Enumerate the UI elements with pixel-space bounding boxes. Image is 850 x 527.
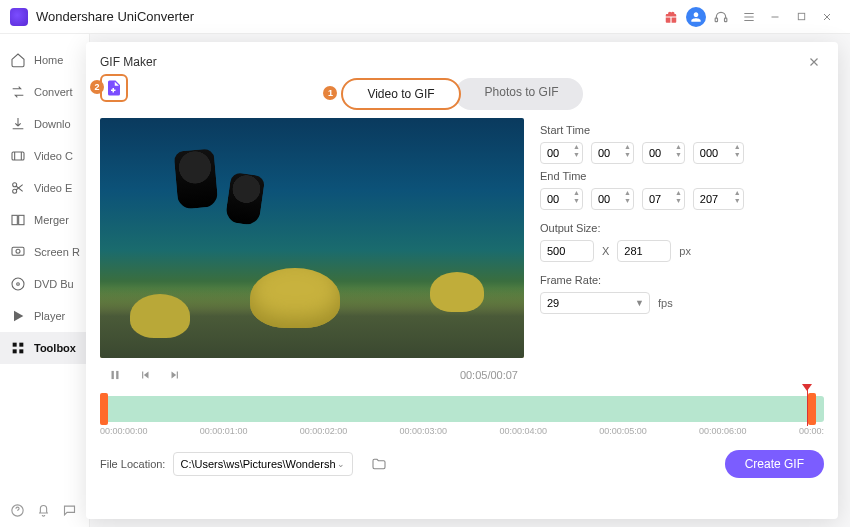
sidebar: Home Convert Downlo Video C Video E Merg… — [0, 34, 90, 527]
trim-handle-right[interactable] — [808, 393, 816, 425]
sidebar-item-download[interactable]: Downlo — [0, 108, 89, 140]
titlebar: Wondershare UniConverter — [0, 0, 850, 34]
sidebar-item-label: Home — [34, 54, 63, 66]
menu-icon[interactable] — [736, 4, 762, 30]
start-min-stepper[interactable]: ▲▼ — [591, 142, 634, 164]
gift-icon[interactable] — [658, 4, 684, 30]
fps-unit: fps — [658, 297, 673, 309]
svg-rect-3 — [12, 152, 24, 160]
frame-rate-label: Frame Rate: — [540, 274, 824, 286]
playhead-icon[interactable] — [807, 388, 808, 426]
svg-rect-15 — [13, 349, 17, 353]
sidebar-item-label: Video E — [34, 182, 72, 194]
headset-icon[interactable] — [708, 4, 734, 30]
close-icon[interactable] — [804, 52, 824, 72]
modal-title: GIF Maker — [100, 55, 157, 69]
start-sec-stepper[interactable]: ▲▼ — [642, 142, 685, 164]
timeline-track[interactable] — [100, 396, 824, 422]
sidebar-item-label: DVD Bu — [34, 278, 74, 290]
maximize-button[interactable] — [788, 4, 814, 30]
sidebar-item-label: Downlo — [34, 118, 71, 130]
bell-icon[interactable] — [32, 499, 54, 521]
svg-rect-13 — [13, 343, 17, 347]
end-min-stepper[interactable]: ▲▼ — [591, 188, 634, 210]
end-sec-stepper[interactable]: ▲▼ — [642, 188, 685, 210]
sidebar-item-label: Video C — [34, 150, 73, 162]
app-logo-icon — [10, 8, 28, 26]
sidebar-item-dvd[interactable]: DVD Bu — [0, 268, 89, 300]
frame-rate-select[interactable] — [540, 292, 650, 314]
sidebar-item-screenrec[interactable]: Screen R — [0, 236, 89, 268]
close-button[interactable] — [814, 4, 840, 30]
svg-rect-6 — [12, 215, 17, 224]
svg-point-11 — [17, 283, 20, 286]
sidebar-item-label: Convert — [34, 86, 73, 98]
sidebar-item-label: Screen R — [34, 246, 80, 258]
pause-button[interactable] — [106, 366, 124, 384]
tab-video-to-gif[interactable]: Video to GIF — [341, 78, 460, 110]
svg-rect-1 — [725, 18, 727, 22]
end-ms-stepper[interactable]: ▲▼ — [693, 188, 744, 210]
svg-rect-0 — [715, 18, 717, 22]
start-hour-stepper[interactable]: ▲▼ — [540, 142, 583, 164]
sidebar-item-videoeditor[interactable]: Video E — [0, 172, 89, 204]
sidebar-item-player[interactable]: Player — [0, 300, 89, 332]
timeline: 00:00:00:00 00:00:01:00 00:00:02:00 00:0… — [100, 392, 824, 436]
svg-rect-19 — [116, 371, 118, 379]
start-time-label: Start Time — [540, 124, 824, 136]
sidebar-item-label: Toolbox — [34, 342, 76, 354]
svg-rect-18 — [112, 371, 114, 379]
video-preview[interactable] — [100, 118, 524, 358]
help-icon[interactable] — [6, 499, 28, 521]
gif-maker-modal: GIF Maker 2 1 Video to GIF Photos to GIF — [86, 42, 838, 519]
controls-panel: Start Time ▲▼ ▲▼ ▲▼ ▲▼ End Time ▲▼ ▲▼ ▲▼… — [540, 118, 824, 388]
output-width-input[interactable] — [540, 240, 594, 262]
user-icon[interactable] — [686, 7, 706, 27]
sidebar-item-convert[interactable]: Convert — [0, 76, 89, 108]
svg-rect-7 — [19, 215, 24, 224]
timeline-ticks: 00:00:00:00 00:00:01:00 00:00:02:00 00:0… — [100, 426, 824, 436]
sidebar-item-label: Player — [34, 310, 65, 322]
file-location-input[interactable] — [173, 452, 353, 476]
prev-frame-button[interactable] — [136, 366, 154, 384]
px-unit: px — [679, 245, 691, 257]
end-hour-stepper[interactable]: ▲▼ — [540, 188, 583, 210]
svg-point-9 — [16, 249, 20, 253]
next-frame-button[interactable] — [166, 366, 184, 384]
player-time: 00:05/00:07 — [460, 369, 518, 381]
callout-1: 1 — [323, 86, 337, 100]
svg-rect-16 — [19, 349, 23, 353]
feedback-icon[interactable] — [58, 499, 80, 521]
add-file-button[interactable] — [100, 74, 128, 102]
file-location-label: File Location: — [100, 458, 165, 470]
output-height-input[interactable] — [617, 240, 671, 262]
svg-rect-2 — [798, 13, 804, 19]
sidebar-item-toolbox[interactable]: Toolbox — [0, 332, 89, 364]
svg-point-10 — [12, 278, 24, 290]
create-gif-button[interactable]: Create GIF — [725, 450, 824, 478]
output-size-label: Output Size: — [540, 222, 824, 234]
minimize-button[interactable] — [762, 4, 788, 30]
svg-marker-12 — [14, 311, 23, 322]
trim-handle-left[interactable] — [100, 393, 108, 425]
x-label: X — [602, 245, 609, 257]
tab-photos-to-gif[interactable]: Photos to GIF — [455, 78, 583, 110]
video-area: 00:05/00:07 — [100, 118, 524, 388]
sidebar-item-label: Merger — [34, 214, 69, 226]
svg-rect-8 — [12, 247, 24, 255]
open-folder-button[interactable] — [367, 452, 391, 476]
sidebar-item-merger[interactable]: Merger — [0, 204, 89, 236]
svg-rect-14 — [19, 343, 23, 347]
app-title: Wondershare UniConverter — [36, 9, 194, 24]
sidebar-item-home[interactable]: Home — [0, 44, 89, 76]
sidebar-item-videocompress[interactable]: Video C — [0, 140, 89, 172]
end-time-label: End Time — [540, 170, 824, 182]
callout-2: 2 — [90, 80, 104, 94]
start-ms-stepper[interactable]: ▲▼ — [693, 142, 744, 164]
